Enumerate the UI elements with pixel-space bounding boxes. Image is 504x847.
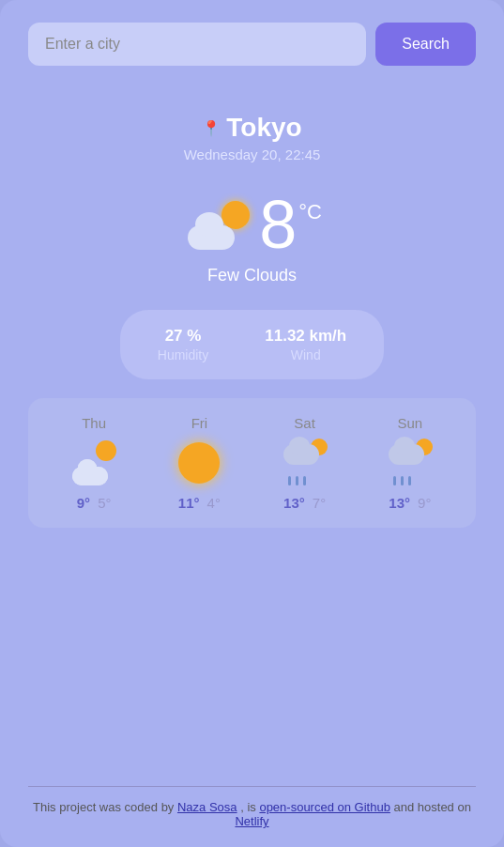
city-name-row: 📍 Tokyo xyxy=(202,113,301,143)
app-container: Search 📍 Tokyo Wednesday 20, 22:45 8 °C … xyxy=(0,0,504,847)
forecast-day-label: Sun xyxy=(398,415,423,431)
search-input[interactable] xyxy=(28,23,366,66)
rain-icon xyxy=(281,439,329,487)
forecast-temp-low: 5° xyxy=(98,495,111,511)
search-button[interactable]: Search xyxy=(375,23,476,66)
footer-text-before: This project was coded by xyxy=(33,800,177,814)
city-section: 📍 Tokyo Wednesday 20, 22:45 xyxy=(184,113,321,162)
sun-icon xyxy=(175,439,223,487)
stats-row: 27 % Humidity 11.32 km/h Wind xyxy=(120,310,384,379)
few-clouds-icon xyxy=(69,439,118,487)
forecast-temps: 11°4° xyxy=(178,495,221,511)
forecast-icon xyxy=(69,439,118,487)
city-date: Wednesday 20, 22:45 xyxy=(184,146,321,162)
weather-main: 8 °C Few Clouds xyxy=(182,191,322,285)
humidity-label: Humidity xyxy=(158,347,208,362)
wind-label: Wind xyxy=(291,347,321,362)
footer: This project was coded by Naza Sosa , is… xyxy=(28,786,476,828)
forecast-icon xyxy=(281,439,329,487)
city-name: Tokyo xyxy=(226,113,301,143)
forecast-temp-high: 9° xyxy=(77,495,90,511)
weather-description: Few Clouds xyxy=(207,266,297,285)
forecast-icon xyxy=(386,439,435,487)
forecast-temp-high: 11° xyxy=(178,495,200,511)
temperature-display: 8 °C xyxy=(259,191,322,258)
forecast-temp-low: 7° xyxy=(313,495,326,511)
forecast-container: Thu 9°5°Fri 11°4°Sat 13° xyxy=(28,398,476,528)
temperature-unit: °C xyxy=(298,200,322,224)
footer-text-middle: , is xyxy=(237,800,260,814)
forecast-temps: 9°5° xyxy=(77,495,112,511)
footer-github-link[interactable]: open-sourced on Github xyxy=(259,800,389,814)
search-row: Search xyxy=(28,23,476,66)
wind-value: 11.32 km/h xyxy=(265,327,346,346)
weather-icon-temp: 8 °C xyxy=(182,191,322,258)
humidity-value: 27 % xyxy=(165,327,202,346)
forecast-day-label: Fri xyxy=(191,415,208,431)
forecast-day-label: Thu xyxy=(82,415,106,431)
footer-netlify-link[interactable]: Netlify xyxy=(235,814,268,828)
forecast-temp-low: 4° xyxy=(207,495,221,511)
forecast-day: Thu 9°5° xyxy=(69,415,118,511)
forecast-temp-high: 13° xyxy=(283,495,305,511)
forecast-icon xyxy=(175,439,223,487)
forecast-day: Sun 13°9° xyxy=(386,415,435,511)
forecast-temps: 13°7° xyxy=(283,495,326,511)
forecast-temp-high: 13° xyxy=(389,495,410,511)
forecast-temp-low: 9° xyxy=(418,495,431,511)
location-pin-icon: 📍 xyxy=(202,119,221,137)
forecast-temps: 13°9° xyxy=(389,495,431,511)
forecast-day: Sat 13°7° xyxy=(281,415,329,511)
forecast-day: Fri 11°4° xyxy=(175,415,223,511)
weather-icon xyxy=(182,199,250,250)
footer-text-after: and hosted on xyxy=(390,800,471,814)
humidity-stat: 27 % Humidity xyxy=(158,327,208,362)
rain-icon xyxy=(386,439,435,487)
forecast-day-label: Sat xyxy=(294,415,315,431)
footer-author-link[interactable]: Naza Sosa xyxy=(177,800,237,814)
cloud-part xyxy=(182,214,240,250)
wind-stat: 11.32 km/h Wind xyxy=(265,327,346,362)
temperature-value: 8 xyxy=(259,191,297,258)
